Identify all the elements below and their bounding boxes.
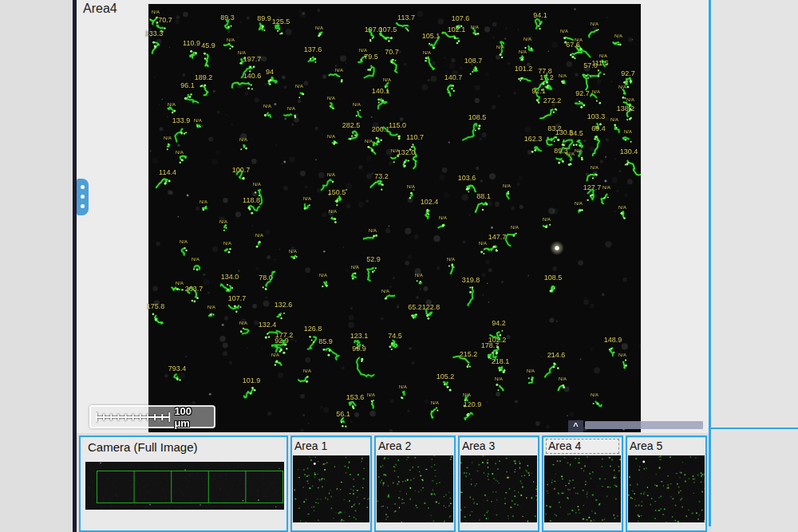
camera-panel-title: Camera (Full Image) bbox=[81, 437, 286, 455]
main-microscopy-image[interactable]: 70.789.389.9125.5133.3110.945.9197.0137.… bbox=[148, 4, 641, 432]
area-panel-label: Area 5 bbox=[630, 439, 662, 453]
area-thumbnail[interactable] bbox=[293, 455, 369, 522]
scroll-collapse-button[interactable]: ^ bbox=[568, 420, 583, 432]
particle-track-canvas bbox=[148, 4, 641, 432]
area-panel-label: Area 2 bbox=[378, 439, 411, 453]
area-panel-header: Area 3 bbox=[460, 437, 538, 455]
scale-bar-label: 100 μm bbox=[174, 405, 209, 429]
ruler-icon bbox=[96, 410, 170, 424]
camera-thumbnail[interactable] bbox=[85, 462, 284, 510]
camera-panel[interactable]: Camera (Full Image) bbox=[79, 435, 288, 532]
handle-dot-icon bbox=[81, 195, 85, 199]
app-window: { "view": { "title": "Area4" }, "scale_b… bbox=[0, 0, 798, 532]
bottom-right-panel bbox=[711, 428, 798, 532]
area-thumbnail[interactable] bbox=[628, 455, 705, 522]
area-panel-header: Area 4 bbox=[543, 437, 622, 455]
handle-dot-icon bbox=[81, 185, 85, 189]
right-empty-panel bbox=[711, 0, 798, 428]
area-panel-label: Area 1 bbox=[294, 439, 327, 453]
area-panel-4[interactable]: Area 4 bbox=[542, 435, 623, 532]
area-panel-label: Area 3 bbox=[462, 439, 495, 453]
area-thumbnail[interactable] bbox=[460, 455, 537, 522]
area-panel-header: Area 2 bbox=[376, 437, 454, 455]
scale-bar: 100 μm bbox=[89, 405, 215, 428]
handle-dot-icon bbox=[81, 204, 85, 208]
area-panel-3[interactable]: Area 3 bbox=[458, 435, 539, 532]
horizontal-scrollbar[interactable] bbox=[585, 421, 703, 429]
area-panel-5[interactable]: Area 5 bbox=[626, 435, 707, 532]
area-panel-2[interactable]: Area 2 bbox=[374, 435, 456, 532]
panel-collapse-handle[interactable] bbox=[77, 179, 89, 215]
area-panel-label: Area 4 bbox=[546, 439, 619, 454]
area-panel-header: Area 5 bbox=[627, 437, 705, 455]
area-thumbnail[interactable] bbox=[544, 455, 621, 522]
left-gutter bbox=[0, 0, 73, 532]
area-panel-header: Area 1 bbox=[292, 437, 370, 455]
area-view-title: Area4 bbox=[83, 2, 117, 16]
area-panel-1[interactable]: Area 1 bbox=[290, 435, 372, 532]
chevron-up-icon: ^ bbox=[573, 421, 578, 431]
area-thumbnail[interactable] bbox=[377, 455, 453, 522]
